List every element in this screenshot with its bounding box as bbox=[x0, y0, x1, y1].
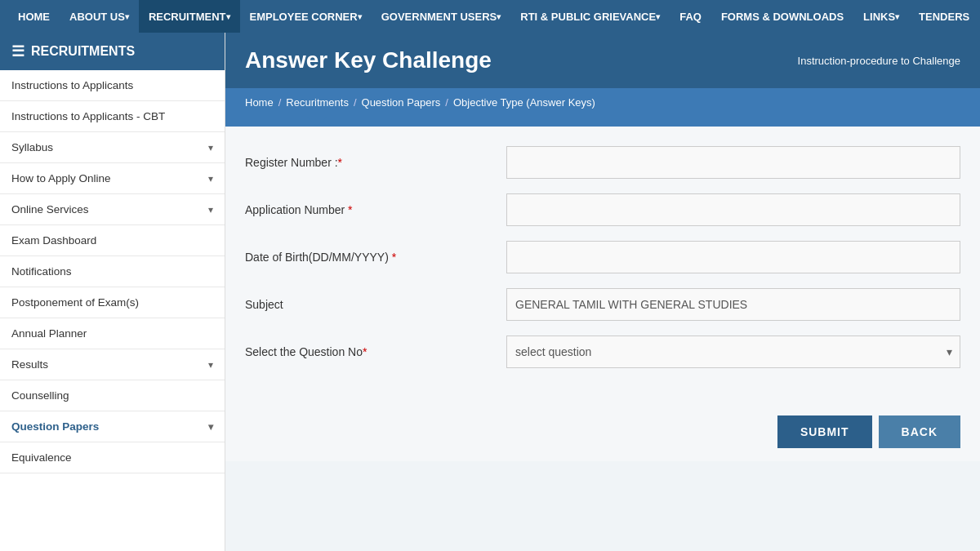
instruction-link[interactable]: Instruction-procedure to Challenge bbox=[798, 55, 960, 67]
question-no-select-wrapper: select question ▾ bbox=[506, 335, 960, 368]
sidebar-item-counselling[interactable]: Counselling bbox=[0, 380, 225, 411]
main-content: Answer Key Challenge Instruction-procedu… bbox=[225, 33, 980, 551]
button-row: SUBMIT BACK bbox=[225, 402, 980, 461]
sidebar-item-how-to-apply[interactable]: How to Apply Online ▾ bbox=[0, 163, 225, 194]
application-number-label: Application Number * bbox=[245, 203, 506, 216]
breadcrumb-current: Objective Type (Answer Keys) bbox=[453, 96, 595, 109]
breadcrumb-home[interactable]: Home bbox=[245, 96, 274, 109]
menu-icon: ☰ bbox=[11, 42, 24, 60]
sidebar-item-results[interactable]: Results ▾ bbox=[0, 349, 225, 380]
chevron-down-icon: ▾ bbox=[208, 142, 213, 153]
breadcrumb-recruitments[interactable]: Recuritments bbox=[286, 96, 349, 109]
sidebar: ☰ RECRUITMENTS Instructions to Applicant… bbox=[0, 33, 225, 551]
sidebar-item-postponement[interactable]: Postponement of Exam(s) bbox=[0, 287, 225, 318]
sidebar-item-instructions-cbt[interactable]: Instructions to Applicants - CBT bbox=[0, 101, 225, 132]
breadcrumb-container: Home / Recuritments / Question Papers / … bbox=[225, 88, 980, 127]
question-no-label: Select the Question No* bbox=[245, 345, 506, 358]
page-header: Answer Key Challenge Instruction-procedu… bbox=[225, 33, 980, 88]
subject-row: Subject GENERAL TAMIL WITH GENERAL STUDI… bbox=[245, 288, 960, 321]
chevron-down-icon: ▾ bbox=[208, 204, 213, 216]
subject-display: GENERAL TAMIL WITH GENERAL STUDIES bbox=[506, 288, 960, 321]
sidebar-item-annual-planner[interactable]: Annual Planner bbox=[0, 318, 225, 349]
register-number-input[interactable] bbox=[506, 146, 960, 179]
nav-tenders[interactable]: TENDERS bbox=[909, 0, 979, 33]
chevron-down-icon: ▾ bbox=[208, 421, 213, 433]
sidebar-item-instructions[interactable]: Instructions to Applicants bbox=[0, 70, 225, 101]
subject-label: Subject bbox=[245, 298, 506, 311]
sidebar-item-online-services[interactable]: Online Services ▾ bbox=[0, 194, 225, 225]
nav-links[interactable]: LINKS bbox=[853, 0, 909, 33]
sidebar-header: ☰ RECRUITMENTS bbox=[0, 33, 225, 70]
dob-label: Date of Birth(DD/MM/YYYY) * bbox=[245, 251, 506, 264]
nav-about[interactable]: ABOUT US bbox=[60, 0, 139, 33]
sidebar-item-notifications[interactable]: Notifications bbox=[0, 256, 225, 287]
chevron-down-icon: ▾ bbox=[208, 173, 213, 184]
question-no-select[interactable]: select question bbox=[506, 335, 960, 368]
nav-home[interactable]: HOME bbox=[8, 0, 60, 33]
main-layout: ☰ RECRUITMENTS Instructions to Applicant… bbox=[0, 33, 980, 551]
nav-employee[interactable]: EMPLOYEE CORNER bbox=[240, 0, 372, 33]
breadcrumb-question-papers[interactable]: Question Papers bbox=[362, 96, 441, 109]
nav-faq[interactable]: FAQ bbox=[670, 0, 711, 33]
submit-button[interactable]: SUBMIT bbox=[777, 415, 872, 448]
nav-forms[interactable]: FORMS & DOWNLOADS bbox=[711, 0, 853, 33]
breadcrumb-pointer bbox=[225, 117, 980, 127]
nav-rti[interactable]: RTI & PUBLIC GRIEVANCE bbox=[510, 0, 670, 33]
sidebar-title: RECRUITMENTS bbox=[31, 44, 135, 59]
top-navigation: HOME ABOUT US RECRUITMENT EMPLOYEE CORNE… bbox=[0, 0, 980, 33]
nav-govt[interactable]: GOVERNMENT USERS bbox=[372, 0, 511, 33]
sidebar-item-syllabus[interactable]: Syllabus ▾ bbox=[0, 132, 225, 163]
register-number-label: Register Number :* bbox=[245, 156, 506, 169]
sidebar-item-equivalence[interactable]: Equivalence bbox=[0, 442, 225, 473]
application-number-input[interactable] bbox=[506, 193, 960, 226]
dob-row: Date of Birth(DD/MM/YYYY) * bbox=[245, 241, 960, 273]
page-title: Answer Key Challenge bbox=[245, 47, 492, 73]
register-number-row: Register Number :* bbox=[245, 146, 960, 179]
back-button[interactable]: BACK bbox=[879, 415, 960, 448]
question-no-row: Select the Question No* select question … bbox=[245, 335, 960, 368]
form-area: Register Number :* Application Number * … bbox=[225, 127, 980, 402]
dob-input[interactable] bbox=[506, 241, 960, 273]
application-number-row: Application Number * bbox=[245, 193, 960, 226]
chevron-down-icon: ▾ bbox=[208, 359, 213, 371]
breadcrumb: Home / Recuritments / Question Papers / … bbox=[225, 88, 980, 117]
sidebar-item-exam-dashboard[interactable]: Exam Dashboard bbox=[0, 225, 225, 256]
nav-recruitment[interactable]: RECRUITMENT bbox=[139, 0, 240, 33]
sidebar-item-question-papers[interactable]: Question Papers ▾ bbox=[0, 411, 225, 442]
